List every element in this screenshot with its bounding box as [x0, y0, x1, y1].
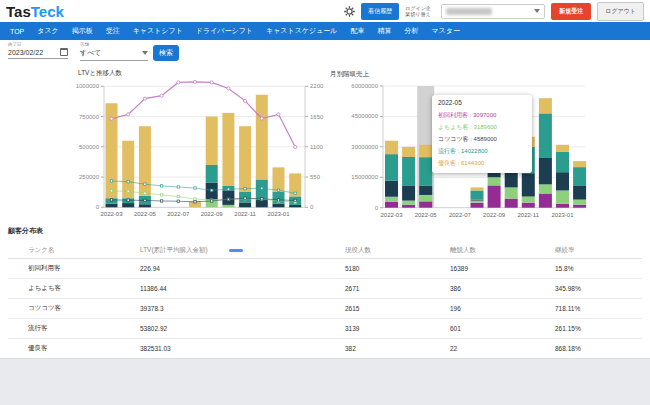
- store-select-value: すべて: [80, 48, 102, 58]
- table-row: よちよち客11386.442671386345.98%: [8, 279, 642, 299]
- main-nav: TOPタスク掲示板受注キャストシフトドライバーシフトキャストスケジュール配車精算…: [0, 22, 650, 40]
- login-switch-label: ログイン企業切り替え: [405, 5, 435, 17]
- table-cell: 53802.92: [140, 325, 345, 332]
- tooltip-row: 流行客 : 14022800: [438, 145, 526, 157]
- svg-text:2022-11: 2022-11: [518, 212, 540, 218]
- nav-item-8[interactable]: 精算: [377, 26, 391, 36]
- table-cell: 流行客: [8, 324, 140, 333]
- svg-text:250000: 250000: [79, 174, 100, 180]
- tooltip-row: 初回利用客 : 3097000: [438, 109, 526, 121]
- table-cell: 39378.3: [140, 305, 345, 312]
- nav-item-5[interactable]: ドライバーシフト: [196, 26, 253, 36]
- table-cell: 382: [345, 345, 450, 352]
- svg-text:2022-11: 2022-11: [234, 211, 256, 217]
- table-cell: 261.15%: [555, 325, 642, 332]
- logo-part1: Tas: [6, 3, 31, 20]
- table-cell: 382531.03: [140, 345, 345, 352]
- table-cell: 11386.44: [140, 285, 345, 292]
- table-row: 流行客53802.923139601261.15%: [8, 319, 642, 339]
- calendar-icon[interactable]: [60, 48, 68, 56]
- tooltip-row: 優良客 : 6144300: [438, 157, 526, 169]
- table-header-cell: 離脱人数: [450, 246, 555, 255]
- store-select-label: 店舗: [80, 42, 148, 47]
- svg-text:1000000: 1000000: [76, 83, 100, 89]
- logout-button[interactable]: ログアウト: [597, 2, 644, 21]
- table-cell: 5180: [345, 265, 450, 272]
- table-header-cell: ランク名: [8, 246, 140, 255]
- svg-text:0: 0: [310, 204, 314, 210]
- nav-item-6[interactable]: キャストスケジュール: [266, 26, 337, 36]
- monthly-rank-sales-chart: 月別階級売上 015000000300000004500000060000000…: [315, 66, 605, 226]
- table-cell: 868.18%: [555, 345, 642, 352]
- svg-text:2022-09: 2022-09: [483, 212, 506, 218]
- svg-text:2023-01: 2023-01: [267, 211, 290, 217]
- table-cell: 16389: [450, 265, 555, 272]
- tooltip-row: コツコツ客 : 4589000: [438, 133, 526, 145]
- nav-item-3[interactable]: 受注: [106, 26, 120, 36]
- date-field[interactable]: 終了日 2023/02/22: [8, 42, 68, 59]
- app-root: TasTeck 着信履歴 ログイン企業切り替え: [0, 0, 650, 405]
- svg-text:2022-09: 2022-09: [201, 211, 224, 217]
- table-cell: 3139: [345, 325, 450, 332]
- gear-icon: [344, 6, 355, 17]
- table-header-row: ランク名LTV(累計平均購入金額)現役人数離脱人数継続率: [8, 243, 642, 259]
- svg-text:2022-05: 2022-05: [415, 212, 438, 218]
- svg-text:30000000: 30000000: [351, 144, 378, 150]
- table-cell: 優良客: [8, 344, 140, 353]
- new-order-button[interactable]: 新規受注: [551, 3, 591, 20]
- logo-part2: Teck: [31, 3, 64, 20]
- table-section-title: 顧客分布表: [8, 226, 642, 236]
- company-name-redacted: [446, 8, 492, 15]
- table-header-cell: 現役人数: [345, 246, 450, 255]
- table-row: コツコツ客39378.32615196718.11%: [8, 299, 642, 319]
- svg-text:0: 0: [375, 205, 379, 211]
- store-select[interactable]: 店舗 すべて: [80, 42, 148, 61]
- table-cell: 345.98%: [555, 285, 642, 292]
- customer-distribution-section: 顧客分布表 ランク名LTV(累計平均購入金額)現役人数離脱人数継続率初回利用客2…: [8, 226, 642, 359]
- table-cell: 718.11%: [555, 305, 642, 312]
- nav-item-0[interactable]: TOP: [10, 28, 24, 35]
- table-cell: コツコツ客: [8, 304, 140, 313]
- svg-text:2022-07: 2022-07: [167, 211, 190, 217]
- table-cell: よちよち客: [8, 284, 140, 293]
- footer-strip: [0, 358, 650, 405]
- header-actions: 着信履歴 ログイン企業切り替え 新規受注 ログアウト: [343, 2, 644, 21]
- svg-text:2022-07: 2022-07: [449, 212, 472, 218]
- nav-item-9[interactable]: 分析: [404, 26, 418, 36]
- nav-item-4[interactable]: キャストシフト: [133, 26, 183, 36]
- table-row: 初回利用客226.9451801638915.8%: [8, 259, 642, 279]
- nav-item-1[interactable]: タスク: [37, 26, 59, 36]
- svg-text:0: 0: [96, 204, 100, 210]
- nav-item-7[interactable]: 配車: [350, 26, 364, 36]
- call-history-button[interactable]: 着信履歴: [361, 3, 399, 20]
- customer-distribution-table: ランク名LTV(累計平均購入金額)現役人数離脱人数継続率初回利用客226.945…: [8, 243, 642, 359]
- date-field-label: 終了日: [8, 42, 68, 47]
- table-cell: 15.8%: [555, 265, 642, 272]
- ltv-trend-chart: LTVと推移人数 0250000500000750000100000005501…: [8, 66, 328, 226]
- company-select[interactable]: [441, 4, 545, 19]
- nav-item-10[interactable]: マスター: [431, 26, 460, 36]
- svg-text:60000000: 60000000: [351, 83, 378, 89]
- app-logo: TasTeck: [6, 3, 64, 20]
- table-cell: 386: [450, 285, 555, 292]
- chart-tooltip: 2022-05 初回利用客 : 3097000よちよち客 : 3189600コツ…: [432, 95, 532, 173]
- svg-text:45000000: 45000000: [351, 113, 378, 119]
- table-cell: 226.94: [140, 265, 345, 272]
- chevron-down-icon: [142, 51, 148, 55]
- svg-text:2022-03: 2022-03: [100, 211, 123, 217]
- search-button[interactable]: 検索: [153, 45, 179, 61]
- svg-text:2022-05: 2022-05: [134, 211, 157, 217]
- nav-item-2[interactable]: 掲示板: [72, 26, 93, 36]
- table-scrollbar-thumb[interactable]: [229, 249, 243, 252]
- table-cell: 2671: [345, 285, 450, 292]
- svg-text:500000: 500000: [79, 144, 100, 150]
- tooltip-title: 2022-05: [438, 99, 526, 106]
- ltv-chart-canvas[interactable]: 0250000500000750000100000005501100165022…: [8, 66, 328, 226]
- svg-text:2022-03: 2022-03: [380, 212, 403, 218]
- filter-bar: 終了日 2023/02/22 店舗 すべて 検索: [0, 40, 650, 66]
- table-row: 優良客382531.0338222868.18%: [8, 339, 642, 359]
- table-header-cell: 継続率: [555, 246, 642, 255]
- table-cell: 22: [450, 345, 555, 352]
- table-cell: 196: [450, 305, 555, 312]
- settings-gear-icon[interactable]: [343, 5, 355, 17]
